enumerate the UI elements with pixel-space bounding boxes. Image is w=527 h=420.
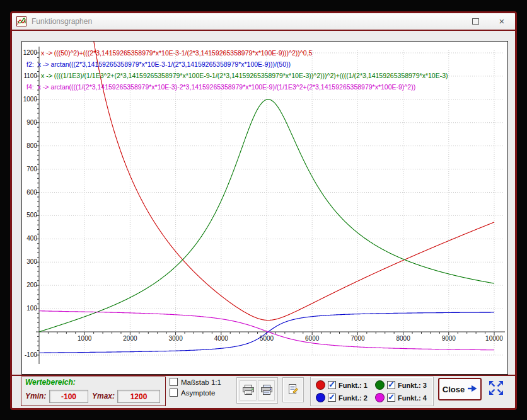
fullscreen-button[interactable] xyxy=(486,379,506,399)
massstab-label: Maßstab 1:1 xyxy=(181,378,221,386)
formula-f2-text: x -> arctan(((2*3,14159265358979*x*10E-3… xyxy=(38,60,291,68)
formula-f4-text: x -> arctan((((1/(2*3,14159265358979*x*1… xyxy=(38,83,415,91)
y-axis-label: 800 xyxy=(22,142,37,150)
close-arrow-icon xyxy=(468,385,477,394)
function-1-label: Funkt.: 1 xyxy=(339,382,368,389)
formula-f2: f2:x -> arctan(((2*3,14159265358979*x*10… xyxy=(26,60,291,68)
function-4-checkbox[interactable] xyxy=(387,394,395,402)
close-button[interactable]: Close xyxy=(438,378,482,400)
y-axis-label: 700 xyxy=(22,166,37,173)
notes-button[interactable] xyxy=(282,377,304,402)
y-axis-label: -100 xyxy=(22,351,37,359)
y-axis-label: 100 xyxy=(22,305,37,312)
formula-f4: f4:x -> arctan((((1/(2*3,14159265358979*… xyxy=(26,83,415,91)
function-2-label: Funkt.: 2 xyxy=(339,394,368,402)
titlebar[interactable]: Funktionsgraphen × xyxy=(12,13,515,31)
x-axis-label: 5000 xyxy=(252,335,282,343)
expand-arrows-icon xyxy=(488,380,504,399)
x-axis-label: 7000 xyxy=(342,335,373,343)
massstab-checkbox-row[interactable]: Maßstab 1:1 xyxy=(170,378,221,386)
function-2-checkbox[interactable] xyxy=(328,394,336,402)
plot-area: x -> (((50)^2)+(((2*3,14159265358979*x*1… xyxy=(21,41,508,375)
range-groupbox: Wertebereich: Ymin: -100 Ymax: 1200 xyxy=(21,377,166,406)
function-toggle-4[interactable]: Funkt.: 4 xyxy=(375,393,427,402)
function-1-checkbox[interactable] xyxy=(328,381,336,389)
maximize-icon xyxy=(472,18,479,25)
x-axis-label: 10000 xyxy=(479,335,508,343)
axis-ticks xyxy=(36,53,494,355)
y-axis-label: 1200 xyxy=(22,49,37,57)
desktop-background: Funktionsgraphen × x -> (((50)^2)+(((2*3… xyxy=(0,0,527,420)
y-axis-label: 500 xyxy=(22,212,37,219)
x-axis-label: 1000 xyxy=(69,335,100,343)
function-3-color-dot xyxy=(375,380,385,390)
y-axis-label: 900 xyxy=(22,119,37,127)
formula-f3: x -> ((((1/1E3)/(1/1E3^2+(2*3,1415926535… xyxy=(41,72,448,79)
function-4-label: Funkt.: 4 xyxy=(398,394,427,402)
x-axis-label: 8000 xyxy=(388,335,419,343)
print-button[interactable] xyxy=(240,380,257,400)
function-4-color-dot xyxy=(375,393,385,402)
print-settings-button[interactable] xyxy=(258,380,275,400)
plot-canvas xyxy=(22,42,507,374)
formula-f1-text: x -> (((50)^2)+(((2*3,14159265358979*x*1… xyxy=(41,49,312,57)
close-window-button[interactable]: × xyxy=(491,13,513,30)
asymptote-label: Asymptote xyxy=(181,389,215,397)
formula-f4-label: f4: xyxy=(26,83,34,91)
plot-options: Maßstab 1:1 Asymptote xyxy=(170,378,221,397)
function-3-checkbox[interactable] xyxy=(387,381,395,389)
y-axis-label: 200 xyxy=(22,281,37,289)
y-axis-label: 400 xyxy=(22,235,37,242)
funktionsgraphen-window: Funktionsgraphen × x -> (((50)^2)+(((2*3… xyxy=(10,11,517,410)
maximize-button[interactable] xyxy=(465,13,486,30)
window-title: Funktionsgraphen xyxy=(32,17,92,26)
printer-settings-icon xyxy=(260,384,273,397)
function-2-color-dot xyxy=(316,393,325,402)
ymax-value: 1200 xyxy=(130,392,148,401)
function-toggle-group: Funkt.: 1 Funkt.: 2 Funkt.: 3 Funkt.: 4 xyxy=(310,377,434,406)
ymin-field[interactable]: -100 xyxy=(49,390,88,403)
y-axis-label: 1100 xyxy=(22,72,37,80)
x-axis-label: 4000 xyxy=(206,335,236,343)
x-axis-label: 3000 xyxy=(161,335,191,343)
function-toggle-2[interactable]: Funkt.: 2 xyxy=(316,393,368,402)
x-axis-label: 6000 xyxy=(297,335,327,343)
function-1-color-dot xyxy=(316,380,325,390)
formula-f1: x -> (((50)^2)+(((2*3,14159265358979*x*1… xyxy=(41,49,312,57)
grid-lines xyxy=(39,50,504,355)
range-title: Wertebereich: xyxy=(25,378,76,387)
ymax-field[interactable]: 1200 xyxy=(117,390,160,403)
y-axis-label: 600 xyxy=(22,189,37,196)
ymax-label: Ymax: xyxy=(92,392,115,400)
formula-f3-text: x -> ((((1/1E3)/(1/1E3^2+(2*3,1415926535… xyxy=(41,72,448,79)
ymin-value: -100 xyxy=(61,392,76,401)
asymptote-checkbox-row[interactable]: Asymptote xyxy=(170,389,221,397)
y-axis-label: 1000 xyxy=(22,96,37,103)
function-3-label: Funkt.: 3 xyxy=(398,382,427,389)
bottom-separator xyxy=(12,375,515,376)
x-axis-label: 9000 xyxy=(434,335,464,343)
massstab-checkbox[interactable] xyxy=(170,378,178,386)
function-toggle-1[interactable]: Funkt.: 1 xyxy=(316,380,368,390)
print-button-group xyxy=(236,377,278,404)
x-axis-label: 2000 xyxy=(115,335,145,343)
y-axis-label: 300 xyxy=(22,258,37,266)
printer-icon xyxy=(242,384,255,397)
axes xyxy=(39,47,505,364)
notepad-icon xyxy=(287,383,299,397)
close-button-label: Close xyxy=(443,385,465,394)
function-toggle-3[interactable]: Funkt.: 3 xyxy=(375,380,427,390)
asymptote-checkbox[interactable] xyxy=(170,389,178,397)
formula-f2-label: f2: xyxy=(26,60,34,68)
ymin-label: Ymin: xyxy=(25,392,46,400)
app-icon xyxy=(16,16,26,26)
curve-f2 xyxy=(39,312,494,353)
